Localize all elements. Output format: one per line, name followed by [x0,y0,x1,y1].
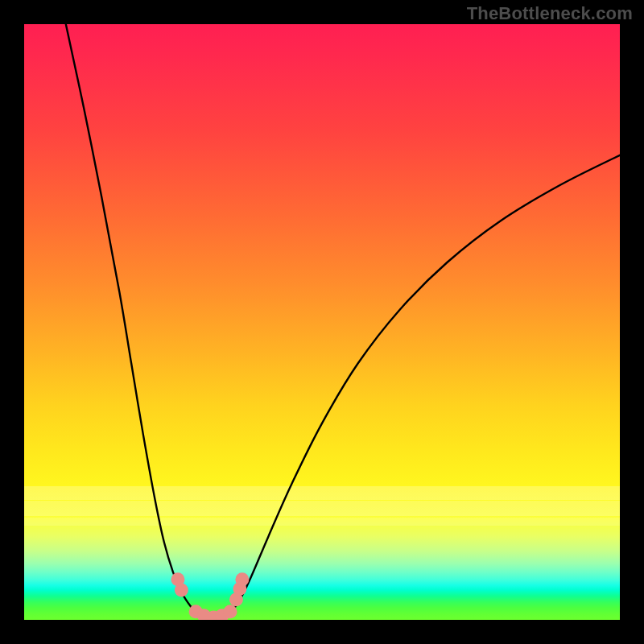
marker-dot [235,572,249,586]
curve-layer [24,24,620,620]
marker-dot [175,584,188,597]
chart-frame: TheBottleneck.com [0,0,644,644]
watermark-label: TheBottleneck.com [467,3,633,24]
marker-group [171,572,249,620]
plot-area [24,24,620,620]
marker-dot [224,605,237,618]
bottleneck-curve [66,24,620,618]
